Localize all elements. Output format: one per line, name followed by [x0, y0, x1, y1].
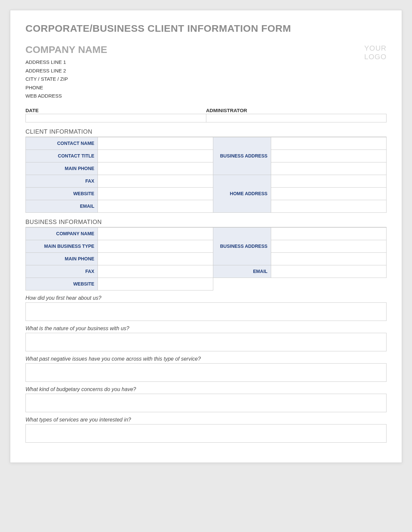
meta-block: DATE ADMINISTRATOR [25, 107, 387, 122]
home-address-input-2[interactable] [271, 187, 386, 200]
business-address-input-2[interactable] [271, 150, 386, 162]
biz-website-label: WEBSITE [26, 278, 98, 290]
biz-business-address-input-3[interactable] [271, 252, 386, 265]
biz-business-address-input-1[interactable] [271, 227, 386, 240]
client-section-title: CLIENT INFORMATION [25, 128, 387, 135]
home-address-input-3[interactable] [271, 200, 386, 212]
business-address-input-1[interactable] [271, 137, 386, 150]
fax-input[interactable] [98, 175, 213, 187]
company-block: COMPANY NAME ADDRESS LINE 1 ADDRESS LINE… [25, 44, 364, 100]
logo-placeholder: YOUR LOGO [364, 44, 387, 62]
q5-input[interactable] [25, 424, 387, 443]
website-label: WEBSITE [26, 187, 98, 200]
logo-line-1: YOUR [364, 44, 387, 53]
q4-label: What kind of budgetary concerns do you h… [25, 386, 387, 392]
date-input[interactable] [26, 114, 206, 122]
company-address-1: ADDRESS LINE 1 [25, 58, 364, 66]
email-label: EMAIL [26, 200, 98, 212]
biz-business-address-label: BUSINESS ADDRESS [213, 227, 271, 265]
logo-line-2: LOGO [364, 53, 387, 61]
biz-email-input[interactable] [271, 265, 386, 278]
biz-fax-label: FAX [26, 265, 98, 278]
biz-main-type-input[interactable] [98, 240, 213, 252]
company-web: WEB ADDRESS [25, 92, 364, 100]
q5-label: What types of services are you intereste… [25, 417, 387, 423]
email-input[interactable] [98, 200, 213, 212]
form-title: CORPORATE/BUSINESS CLIENT INFORMATION FO… [25, 23, 387, 34]
company-name: COMPANY NAME [25, 44, 364, 55]
administrator-label: ADMINISTRATOR [206, 107, 387, 114]
q1-input[interactable] [25, 302, 387, 321]
company-phone: PHONE [25, 83, 364, 92]
q2-label: What is the nature of your business with… [25, 326, 387, 332]
q2-input[interactable] [25, 333, 387, 351]
q1-label: How did you first hear about us? [25, 295, 387, 301]
biz-main-phone-input[interactable] [98, 252, 213, 265]
company-address-2: ADDRESS LINE 2 [25, 66, 364, 75]
company-city-state-zip: CITY / STATE / ZIP [25, 75, 364, 83]
biz-company-name-input[interactable] [98, 227, 213, 240]
date-label: DATE [25, 107, 206, 114]
empty-cell [213, 278, 271, 290]
q3-input[interactable] [25, 363, 387, 382]
business-info-table: COMPANY NAME BUSINESS ADDRESS MAIN BUSIN… [25, 227, 387, 290]
client-info-table: CONTACT NAME BUSINESS ADDRESS CONTACT TI… [25, 137, 387, 213]
empty-cell [271, 278, 386, 290]
contact-title-label: CONTACT TITLE [26, 150, 98, 162]
biz-main-phone-label: MAIN PHONE [26, 252, 98, 265]
business-address-input-3[interactable] [271, 162, 386, 175]
contact-name-label: CONTACT NAME [26, 137, 98, 150]
business-section-title: BUSINESS INFORMATION [25, 219, 387, 226]
website-input[interactable] [98, 187, 213, 200]
biz-email-label: EMAIL [213, 265, 271, 278]
biz-main-type-label: MAIN BUSINESS TYPE [26, 240, 98, 252]
q3-label: What past negative issues have you come … [25, 356, 387, 362]
home-address-label: HOME ADDRESS [213, 175, 271, 212]
fax-label: FAX [26, 175, 98, 187]
form-sheet: CORPORATE/BUSINESS CLIENT INFORMATION FO… [10, 10, 402, 463]
q4-input[interactable] [25, 394, 387, 412]
business-address-label: BUSINESS ADDRESS [213, 137, 271, 175]
administrator-input[interactable] [206, 114, 387, 122]
contact-name-input[interactable] [98, 137, 213, 150]
biz-business-address-input-2[interactable] [271, 240, 386, 252]
biz-website-input[interactable] [98, 278, 213, 290]
main-phone-input[interactable] [98, 162, 213, 175]
main-phone-label: MAIN PHONE [26, 162, 98, 175]
home-address-input-1[interactable] [271, 175, 386, 187]
contact-title-input[interactable] [98, 150, 213, 162]
biz-fax-input[interactable] [98, 265, 213, 278]
biz-company-name-label: COMPANY NAME [26, 227, 98, 240]
header-row: COMPANY NAME ADDRESS LINE 1 ADDRESS LINE… [25, 44, 387, 100]
